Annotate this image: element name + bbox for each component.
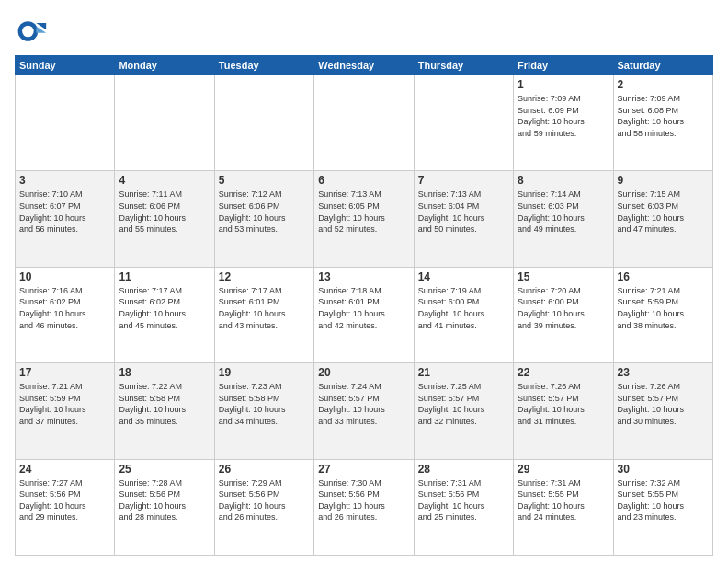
calendar-day-cell: 27Sunrise: 7:30 AM Sunset: 5:56 PM Dayli… bbox=[314, 459, 414, 555]
day-info: Sunrise: 7:21 AM Sunset: 5:59 PM Dayligh… bbox=[19, 381, 110, 427]
calendar-day-cell: 23Sunrise: 7:26 AM Sunset: 5:57 PM Dayli… bbox=[613, 363, 712, 459]
day-number: 26 bbox=[219, 463, 310, 476]
day-number: 17 bbox=[19, 366, 110, 379]
day-number: 9 bbox=[618, 174, 709, 187]
day-info: Sunrise: 7:25 AM Sunset: 5:57 PM Dayligh… bbox=[418, 381, 509, 427]
logo bbox=[15, 15, 51, 48]
day-number: 5 bbox=[219, 174, 310, 187]
calendar-day-cell bbox=[214, 75, 313, 171]
day-info: Sunrise: 7:13 AM Sunset: 6:05 PM Dayligh… bbox=[318, 189, 409, 235]
day-number: 6 bbox=[318, 174, 409, 187]
day-info: Sunrise: 7:26 AM Sunset: 5:57 PM Dayligh… bbox=[618, 381, 709, 427]
calendar-day-cell: 16Sunrise: 7:21 AM Sunset: 5:59 PM Dayli… bbox=[613, 267, 712, 362]
calendar-day-cell: 21Sunrise: 7:25 AM Sunset: 5:57 PM Dayli… bbox=[414, 363, 513, 459]
calendar-day-cell: 15Sunrise: 7:20 AM Sunset: 6:00 PM Dayli… bbox=[514, 267, 613, 362]
day-info: Sunrise: 7:32 AM Sunset: 5:55 PM Dayligh… bbox=[618, 477, 709, 523]
day-info: Sunrise: 7:19 AM Sunset: 6:00 PM Dayligh… bbox=[418, 285, 509, 331]
calendar-day-cell: 29Sunrise: 7:31 AM Sunset: 5:55 PM Dayli… bbox=[514, 459, 613, 555]
calendar-day-cell: 19Sunrise: 7:23 AM Sunset: 5:58 PM Dayli… bbox=[214, 363, 313, 459]
calendar-day-cell: 4Sunrise: 7:11 AM Sunset: 6:06 PM Daylig… bbox=[115, 171, 214, 267]
calendar-day-cell bbox=[115, 75, 214, 171]
calendar-day-cell: 25Sunrise: 7:28 AM Sunset: 5:56 PM Dayli… bbox=[115, 459, 214, 555]
day-number: 22 bbox=[518, 366, 609, 379]
weekday-header-saturday: Saturday bbox=[613, 56, 712, 75]
day-number: 7 bbox=[418, 174, 509, 187]
weekday-header-wednesday: Wednesday bbox=[314, 56, 414, 75]
day-number: 24 bbox=[19, 463, 110, 476]
day-info: Sunrise: 7:10 AM Sunset: 6:07 PM Dayligh… bbox=[19, 189, 110, 235]
calendar-day-cell: 5Sunrise: 7:12 AM Sunset: 6:06 PM Daylig… bbox=[214, 171, 313, 267]
header bbox=[15, 11, 713, 48]
day-info: Sunrise: 7:14 AM Sunset: 6:03 PM Dayligh… bbox=[518, 189, 609, 235]
calendar-table: SundayMondayTuesdayWednesdayThursdayFrid… bbox=[15, 55, 713, 556]
page: SundayMondayTuesdayWednesdayThursdayFrid… bbox=[0, 0, 728, 563]
day-info: Sunrise: 7:15 AM Sunset: 6:03 PM Dayligh… bbox=[618, 189, 709, 235]
calendar-day-cell: 9Sunrise: 7:15 AM Sunset: 6:03 PM Daylig… bbox=[613, 171, 712, 267]
calendar-day-cell: 2Sunrise: 7:09 AM Sunset: 6:08 PM Daylig… bbox=[613, 75, 712, 171]
day-info: Sunrise: 7:09 AM Sunset: 6:09 PM Dayligh… bbox=[518, 93, 609, 139]
svg-point-1 bbox=[22, 26, 34, 38]
day-number: 20 bbox=[318, 366, 409, 379]
calendar-day-cell: 12Sunrise: 7:17 AM Sunset: 6:01 PM Dayli… bbox=[214, 267, 313, 362]
day-number: 27 bbox=[318, 463, 409, 476]
day-info: Sunrise: 7:26 AM Sunset: 5:57 PM Dayligh… bbox=[518, 381, 609, 427]
calendar-day-cell: 7Sunrise: 7:13 AM Sunset: 6:04 PM Daylig… bbox=[414, 171, 513, 267]
day-number: 19 bbox=[219, 366, 310, 379]
weekday-header-sunday: Sunday bbox=[16, 56, 115, 75]
day-info: Sunrise: 7:09 AM Sunset: 6:08 PM Dayligh… bbox=[618, 93, 709, 139]
day-info: Sunrise: 7:22 AM Sunset: 5:58 PM Dayligh… bbox=[119, 381, 210, 427]
calendar-day-cell bbox=[16, 75, 115, 171]
calendar-week-row: 3Sunrise: 7:10 AM Sunset: 6:07 PM Daylig… bbox=[16, 171, 713, 267]
calendar-day-cell: 11Sunrise: 7:17 AM Sunset: 6:02 PM Dayli… bbox=[115, 267, 214, 362]
calendar-day-cell: 28Sunrise: 7:31 AM Sunset: 5:56 PM Dayli… bbox=[414, 459, 513, 555]
day-info: Sunrise: 7:29 AM Sunset: 5:56 PM Dayligh… bbox=[219, 477, 310, 523]
day-number: 29 bbox=[518, 463, 609, 476]
weekday-header-monday: Monday bbox=[115, 56, 214, 75]
day-info: Sunrise: 7:30 AM Sunset: 5:56 PM Dayligh… bbox=[318, 477, 409, 523]
day-number: 30 bbox=[618, 463, 709, 476]
calendar-day-cell: 1Sunrise: 7:09 AM Sunset: 6:09 PM Daylig… bbox=[514, 75, 613, 171]
day-number: 23 bbox=[618, 366, 709, 379]
calendar-day-cell: 10Sunrise: 7:16 AM Sunset: 6:02 PM Dayli… bbox=[16, 267, 115, 362]
day-number: 10 bbox=[19, 270, 110, 283]
calendar-day-cell bbox=[414, 75, 513, 171]
day-info: Sunrise: 7:11 AM Sunset: 6:06 PM Dayligh… bbox=[119, 189, 210, 235]
calendar-day-cell: 18Sunrise: 7:22 AM Sunset: 5:58 PM Dayli… bbox=[115, 363, 214, 459]
weekday-header-row: SundayMondayTuesdayWednesdayThursdayFrid… bbox=[16, 56, 713, 75]
calendar-day-cell: 20Sunrise: 7:24 AM Sunset: 5:57 PM Dayli… bbox=[314, 363, 414, 459]
day-info: Sunrise: 7:17 AM Sunset: 6:01 PM Dayligh… bbox=[219, 285, 310, 331]
day-info: Sunrise: 7:28 AM Sunset: 5:56 PM Dayligh… bbox=[119, 477, 210, 523]
calendar-day-cell: 24Sunrise: 7:27 AM Sunset: 5:56 PM Dayli… bbox=[16, 459, 115, 555]
weekday-header-thursday: Thursday bbox=[414, 56, 513, 75]
day-info: Sunrise: 7:31 AM Sunset: 5:56 PM Dayligh… bbox=[418, 477, 509, 523]
weekday-header-friday: Friday bbox=[514, 56, 613, 75]
calendar-week-row: 17Sunrise: 7:21 AM Sunset: 5:59 PM Dayli… bbox=[16, 363, 713, 459]
day-info: Sunrise: 7:17 AM Sunset: 6:02 PM Dayligh… bbox=[119, 285, 210, 331]
calendar-day-cell: 8Sunrise: 7:14 AM Sunset: 6:03 PM Daylig… bbox=[514, 171, 613, 267]
day-number: 12 bbox=[219, 270, 310, 283]
calendar-week-row: 1Sunrise: 7:09 AM Sunset: 6:09 PM Daylig… bbox=[16, 75, 713, 171]
day-info: Sunrise: 7:12 AM Sunset: 6:06 PM Dayligh… bbox=[219, 189, 310, 235]
calendar-day-cell: 30Sunrise: 7:32 AM Sunset: 5:55 PM Dayli… bbox=[613, 459, 712, 555]
day-info: Sunrise: 7:24 AM Sunset: 5:57 PM Dayligh… bbox=[318, 381, 409, 427]
day-number: 25 bbox=[119, 463, 210, 476]
day-number: 21 bbox=[418, 366, 509, 379]
day-info: Sunrise: 7:13 AM Sunset: 6:04 PM Dayligh… bbox=[418, 189, 509, 235]
calendar-day-cell: 6Sunrise: 7:13 AM Sunset: 6:05 PM Daylig… bbox=[314, 171, 414, 267]
calendar-week-row: 24Sunrise: 7:27 AM Sunset: 5:56 PM Dayli… bbox=[16, 459, 713, 555]
day-number: 1 bbox=[518, 78, 609, 91]
calendar-day-cell: 17Sunrise: 7:21 AM Sunset: 5:59 PM Dayli… bbox=[16, 363, 115, 459]
logo-icon bbox=[15, 15, 48, 48]
calendar-day-cell bbox=[314, 75, 414, 171]
day-info: Sunrise: 7:27 AM Sunset: 5:56 PM Dayligh… bbox=[19, 477, 110, 523]
day-number: 8 bbox=[518, 174, 609, 187]
calendar-day-cell: 22Sunrise: 7:26 AM Sunset: 5:57 PM Dayli… bbox=[514, 363, 613, 459]
day-number: 28 bbox=[418, 463, 509, 476]
day-number: 2 bbox=[618, 78, 709, 91]
day-number: 4 bbox=[119, 174, 210, 187]
day-number: 18 bbox=[119, 366, 210, 379]
weekday-header-tuesday: Tuesday bbox=[214, 56, 313, 75]
day-number: 13 bbox=[318, 270, 409, 283]
calendar-week-row: 10Sunrise: 7:16 AM Sunset: 6:02 PM Dayli… bbox=[16, 267, 713, 362]
day-number: 14 bbox=[418, 270, 509, 283]
